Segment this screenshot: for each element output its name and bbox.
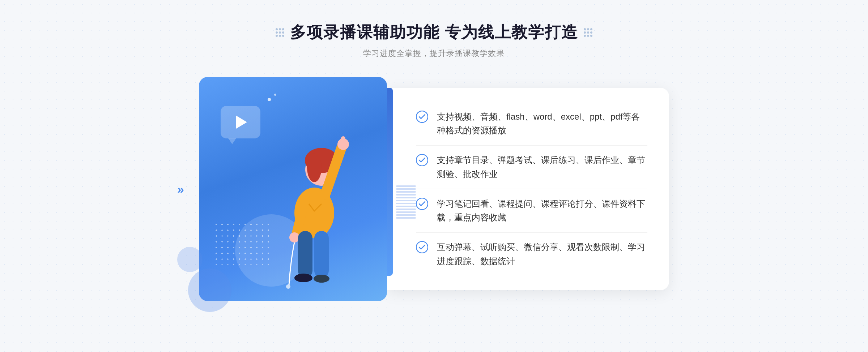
svg-point-12 [294, 274, 312, 282]
svg-point-17 [416, 241, 428, 253]
page-subtitle: 学习进度全掌握，提升录播课教学效果 [276, 48, 592, 59]
decorative-dots-left [276, 28, 284, 37]
content-area: » [181, 77, 687, 301]
dot-grid-right [584, 28, 592, 37]
check-icon-2 [416, 154, 428, 166]
header-title-row: 多项录播课辅助功能 专为线上教学打造 [276, 22, 592, 43]
divider-1 [416, 145, 647, 146]
features-panel: 支持视频、音频、flash、word、excel、ppt、pdf等各种格式的资源… [387, 88, 669, 290]
feature-text-4: 互动弹幕、试听购买、微信分享、观看次数限制、学习进度跟踪、数据统计 [437, 240, 647, 268]
illustration-card [199, 77, 387, 301]
play-icon [236, 116, 247, 129]
play-bubble [221, 106, 260, 138]
page-wrapper: 多项录播课辅助功能 专为线上教学打造 学习进度全掌握，提升录播课教学效果 » [0, 0, 868, 352]
svg-rect-10 [298, 231, 312, 278]
svg-point-9 [286, 284, 290, 289]
accent-bar [387, 88, 393, 276]
svg-point-16 [416, 198, 428, 210]
person-illustration [258, 97, 374, 301]
svg-point-15 [416, 154, 428, 166]
feature-item-1: 支持视频、音频、flash、word、excel、ppt、pdf等各种格式的资源… [416, 110, 647, 138]
stripe-decoration [396, 185, 416, 222]
blob-circle-large [188, 269, 231, 312]
dot-grid-left [276, 28, 284, 37]
svg-point-8 [289, 232, 299, 242]
chevron-left-icon[interactable]: » [177, 182, 184, 196]
divider-2 [416, 189, 647, 189]
feature-text-3: 学习笔记回看、课程提问、课程评论打分、课件资料下载，重点内容收藏 [437, 197, 647, 225]
svg-point-3 [307, 153, 322, 182]
feature-text-1: 支持视频、音频、flash、word、excel、ppt、pdf等各种格式的资源… [437, 110, 647, 138]
header-section: 多项录播课辅助功能 专为线上教学打造 学习进度全掌握，提升录播课教学效果 [276, 22, 592, 59]
page-title: 多项录播课辅助功能 专为线上教学打造 [290, 22, 578, 43]
divider-3 [416, 232, 647, 233]
svg-rect-11 [314, 231, 329, 278]
decorative-dots-right [584, 28, 592, 37]
feature-item-3: 学习笔记回看、课程提问、课程评论打分、课件资料下载，重点内容收藏 [416, 197, 647, 225]
feature-item-4: 互动弹幕、试听购买、微信分享、观看次数限制、学习进度跟踪、数据统计 [416, 240, 647, 268]
check-icon-4 [416, 241, 428, 253]
check-icon-3 [416, 198, 428, 210]
svg-point-13 [314, 275, 329, 283]
check-icon-1 [416, 111, 428, 123]
feature-text-2: 支持章节目录、弹题考试、课后练习、课后作业、章节测验、批改作业 [437, 153, 647, 181]
blob-circle-small [177, 247, 203, 272]
svg-rect-6 [341, 136, 345, 147]
feature-item-2: 支持章节目录、弹题考试、课后练习、课后作业、章节测验、批改作业 [416, 153, 647, 181]
svg-point-14 [416, 111, 428, 123]
